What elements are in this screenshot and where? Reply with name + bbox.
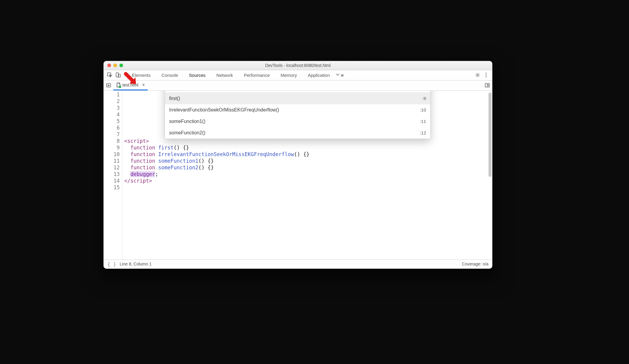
result-line: :10: [420, 107, 426, 112]
code-line: function first() {}: [124, 145, 189, 151]
result-label: IrrelevantFunctionSeekOrMissEKGFreqUnder…: [169, 107, 279, 113]
code-line: </script>: [124, 178, 152, 184]
code-line: function someFunction1() {}: [124, 158, 214, 164]
window-title: DevTools - localhost:8080/test.html: [104, 63, 492, 68]
kebab-menu-icon[interactable]: [482, 71, 490, 79]
result-line: :12: [420, 130, 426, 135]
status-bar: { } Line 8, Column 1 Coverage: n/a: [104, 259, 492, 268]
result-line: :11: [420, 119, 426, 124]
close-window-button[interactable]: [107, 64, 111, 67]
show-debugger-icon[interactable]: [482, 81, 492, 89]
status-dot-icon: [119, 86, 121, 88]
result-line: :9: [422, 96, 426, 101]
line-gutter: 1 2 3 4 5 6 7 8 9 10 11 12 13 14 15: [104, 91, 122, 259]
coverage-status: Coverage: n/a: [462, 262, 488, 266]
close-tab-icon[interactable]: ×: [140, 82, 145, 88]
device-toolbar-icon[interactable]: [114, 71, 122, 79]
cursor-position: Line 8, Column 1: [120, 262, 152, 266]
quick-open-popup: @ first() :9 IrrelevantFunctionSeekOrMis…: [165, 91, 431, 139]
window-controls: [104, 64, 123, 67]
minimize-window-button[interactable]: [113, 64, 117, 67]
code-editor[interactable]: 1 2 3 4 5 6 7 8 9 10 11 12 13 14 15 <scr…: [104, 91, 492, 259]
line-number: 3: [104, 105, 120, 111]
svg-rect-7: [106, 83, 111, 87]
line-number: 4: [104, 111, 120, 118]
line-number: 8: [104, 138, 120, 144]
zoom-window-button[interactable]: [119, 64, 123, 67]
file-tab-test-html[interactable]: test.html ×: [113, 80, 148, 90]
line-number: 15: [104, 184, 120, 191]
line-number: 1: [104, 91, 120, 98]
tab-network[interactable]: Network: [211, 70, 239, 80]
inspect-element-icon[interactable]: [106, 71, 114, 79]
quick-open-result[interactable]: someFunction1() :11: [165, 116, 430, 127]
divider: [124, 72, 125, 78]
svg-point-6: [485, 76, 486, 77]
line-number: 11: [104, 158, 120, 164]
tab-elements[interactable]: Elements: [126, 70, 156, 80]
titlebar: DevTools - localhost:8080/test.html: [104, 61, 492, 70]
more-tabs-icon[interactable]: »: [335, 71, 344, 79]
result-label: someFunction1(): [169, 119, 205, 124]
code-line: debugger;: [124, 171, 158, 177]
pretty-print-icon[interactable]: { }: [107, 261, 116, 267]
file-icon: [116, 83, 121, 87]
quick-open-result[interactable]: first() :9: [165, 93, 430, 104]
tab-performance[interactable]: Performance: [239, 70, 275, 80]
tab-sources[interactable]: Sources: [184, 70, 211, 80]
tab-application[interactable]: Application: [302, 70, 335, 80]
devtools-tabstrip: Elements Console Sources Network Perform…: [104, 70, 492, 80]
file-tab-label: test.html: [122, 83, 138, 87]
line-number: 6: [104, 124, 120, 131]
line-number: 10: [104, 151, 120, 158]
svg-point-4: [485, 73, 486, 74]
svg-point-3: [477, 74, 478, 76]
line-number: 14: [104, 177, 120, 184]
line-number: 13: [104, 171, 120, 177]
code-line: [124, 184, 127, 190]
result-label: someFunction2(): [169, 130, 205, 136]
svg-point-5: [485, 74, 486, 75]
show-navigator-icon[interactable]: [104, 81, 113, 89]
devtools-window: DevTools - localhost:8080/test.html Elem…: [103, 61, 492, 269]
tab-console[interactable]: Console: [156, 70, 184, 80]
line-number: 12: [104, 164, 120, 171]
code-line: function someFunction2() {}: [124, 165, 214, 171]
quick-open-input[interactable]: @: [165, 91, 430, 93]
settings-icon[interactable]: [473, 71, 482, 79]
line-number: 7: [104, 131, 120, 138]
line-number: 5: [104, 118, 120, 124]
result-label: first(): [169, 96, 180, 101]
quick-open-result[interactable]: IrrelevantFunctionSeekOrMissEKGFreqUnder…: [165, 104, 430, 116]
line-number: 2: [104, 98, 120, 105]
code-line: function IrrelevantFunctionSeekOrMissEKG…: [124, 151, 309, 157]
line-number: 9: [104, 144, 120, 151]
tab-memory[interactable]: Memory: [275, 70, 302, 80]
quick-open-result[interactable]: someFunction2() :12: [165, 127, 430, 139]
sources-toolbar: test.html ×: [104, 80, 492, 91]
code-line: <script>: [124, 138, 149, 144]
vertical-scrollbar[interactable]: [488, 93, 492, 177]
svg-rect-8: [485, 83, 489, 87]
